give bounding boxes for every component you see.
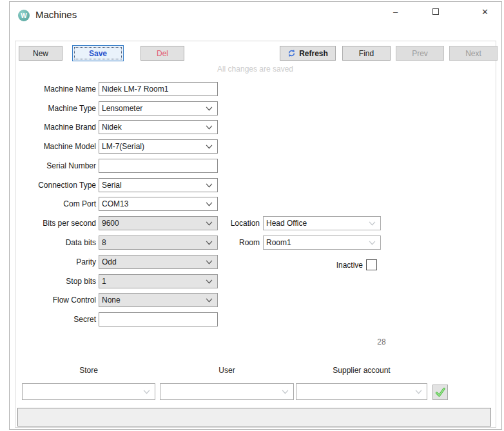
chevron-down-icon: [206, 260, 213, 265]
prev-button[interactable]: Prev: [396, 46, 444, 61]
serial-number-input[interactable]: [99, 159, 218, 173]
refresh-button[interactable]: Refresh: [280, 46, 336, 61]
parity-label: Parity: [10, 255, 96, 269]
store-label: Store: [22, 366, 155, 375]
machine-type-value: Lensometer: [99, 104, 206, 113]
flow-control-value: None: [99, 296, 206, 305]
chevron-down-icon: [206, 125, 213, 130]
chevron-down-icon: [282, 390, 289, 394]
save-button[interactable]: Save: [72, 45, 124, 61]
stop-bits-select[interactable]: 1: [99, 274, 218, 288]
machine-type-label: Machine Type: [10, 101, 96, 115]
secret-label: Secret: [10, 312, 96, 326]
next-button[interactable]: Next: [449, 46, 498, 61]
record-count: 28: [362, 337, 401, 346]
chevron-down-icon: [206, 145, 213, 149]
machine-model-select[interactable]: LM-7(Serial): [99, 139, 218, 154]
room-value: Room1: [264, 238, 369, 247]
machine-model-value: LM-7(Serial): [99, 142, 206, 151]
data-bits-label: Data bits: [10, 236, 96, 250]
chevron-down-icon: [206, 298, 213, 303]
com-port-value: COM13: [99, 199, 206, 208]
parity-value: Odd: [99, 257, 206, 266]
stop-bits-value: 1: [99, 277, 206, 286]
room-select[interactable]: Room1: [263, 236, 381, 250]
bits-per-second-label: Bits per second: [10, 216, 96, 230]
minimize-button[interactable]: –: [381, 2, 410, 21]
chevron-down-icon: [369, 221, 376, 226]
connection-type-select[interactable]: Serial: [99, 178, 218, 192]
flow-control-select[interactable]: None: [99, 293, 218, 307]
machine-brand-label: Machine Brand: [10, 120, 96, 134]
close-icon: ✕: [481, 7, 489, 17]
location-label: Location: [203, 216, 260, 230]
bits-per-second-value: 9600: [99, 219, 206, 228]
app-logo-icon: W: [18, 10, 30, 21]
chevron-down-icon: [206, 279, 213, 284]
maximize-icon: [432, 8, 439, 15]
close-button[interactable]: ✕: [470, 2, 499, 21]
machine-name-input[interactable]: [99, 82, 218, 96]
user-select[interactable]: [160, 383, 294, 400]
chevron-down-icon: [206, 183, 213, 188]
delete-button[interactable]: Del: [141, 46, 184, 61]
connection-type-value: Serial: [99, 181, 206, 190]
flow-control-label: Flow Control: [10, 293, 96, 307]
minimize-icon: –: [393, 7, 398, 17]
green-checkmark-icon: [434, 386, 446, 398]
store-select[interactable]: [22, 383, 155, 400]
chevron-down-icon: [206, 202, 213, 206]
parity-select[interactable]: Odd: [99, 255, 218, 269]
com-port-label: Com Port: [10, 197, 96, 211]
bits-per-second-select[interactable]: 9600: [99, 216, 218, 230]
new-button[interactable]: New: [19, 46, 63, 61]
maximize-button[interactable]: [421, 2, 450, 21]
chevron-down-icon: [143, 390, 150, 394]
chevron-down-icon: [206, 106, 213, 111]
find-button[interactable]: Find: [342, 46, 391, 61]
secret-input[interactable]: [99, 312, 218, 326]
machine-model-label: Machine Model: [10, 139, 96, 154]
save-status-text: All changes are saved: [191, 65, 320, 74]
user-label: User: [160, 366, 294, 375]
bottom-status-bar: [17, 408, 491, 426]
title-bar: W Machines – ✕: [10, 2, 501, 29]
inactive-checkbox[interactable]: [366, 259, 377, 270]
refresh-label: Refresh: [299, 49, 328, 58]
serial-number-label: Serial Number: [10, 159, 96, 173]
connection-type-label: Connection Type: [10, 178, 96, 192]
machine-type-select[interactable]: Lensometer: [99, 101, 218, 115]
supplier-account-select[interactable]: [296, 383, 427, 400]
location-value: Head Office: [264, 219, 369, 228]
data-bits-select[interactable]: 8: [99, 236, 218, 250]
chevron-down-icon: [369, 241, 376, 245]
machine-name-label: Machine Name: [10, 82, 96, 96]
machines-window: W Machines – ✕ New Save Del Refresh Find…: [9, 1, 502, 430]
com-port-select[interactable]: COM13: [99, 197, 218, 211]
machine-brand-select[interactable]: Nidek: [99, 120, 218, 134]
window-title: Machines: [35, 9, 77, 20]
supplier-account-label: Supplier account: [296, 366, 427, 375]
refresh-icon: [287, 49, 296, 57]
inactive-label: Inactive: [255, 258, 363, 272]
location-select[interactable]: Head Office: [263, 216, 381, 230]
data-bits-value: 8: [99, 238, 206, 247]
apply-assignment-button[interactable]: [432, 385, 448, 400]
machine-brand-value: Nidek: [99, 123, 206, 132]
chevron-down-icon: [415, 390, 422, 394]
stop-bits-label: Stop bits: [10, 274, 96, 288]
room-label: Room: [203, 236, 260, 250]
